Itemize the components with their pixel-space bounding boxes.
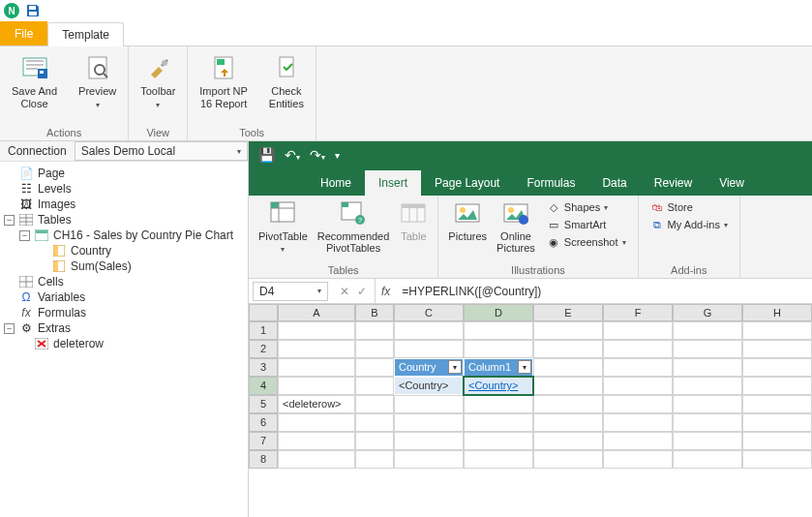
cell-c4[interactable]: <Country> xyxy=(394,377,464,395)
import-icon xyxy=(208,52,239,83)
row-header[interactable]: 4 xyxy=(249,377,278,395)
name-box[interactable]: D4▾ xyxy=(253,282,328,301)
save-icon[interactable] xyxy=(25,3,41,18)
shapes-button[interactable]: ◇Shapes ▾ xyxy=(545,199,628,215)
svg-point-41 xyxy=(460,207,466,213)
cancel-formula-icon[interactable]: ✕ xyxy=(340,285,349,298)
recommended-pivot-label: Recommended PivotTables xyxy=(317,230,390,254)
collapse-icon[interactable]: − xyxy=(4,215,15,226)
preview-label: Preview▾ xyxy=(78,85,116,110)
toolbar-button[interactable]: Toolbar▾ xyxy=(136,50,179,112)
svg-rect-33 xyxy=(342,202,348,207)
excel-save-icon[interactable]: 💾 xyxy=(258,147,275,163)
tab-formulas[interactable]: Formulas xyxy=(513,170,588,196)
tab-page-layout[interactable]: Page Layout xyxy=(421,170,513,196)
svg-point-44 xyxy=(519,215,528,225)
smartart-button[interactable]: ▭SmartArt xyxy=(545,217,628,232)
tree-images[interactable]: 🖼Images xyxy=(2,197,246,212)
svg-point-8 xyxy=(162,60,167,66)
qat-customize-icon[interactable]: ▾ xyxy=(335,150,340,161)
tree-levels[interactable]: ☷Levels xyxy=(2,181,246,197)
table-button: Table xyxy=(399,199,428,242)
collapse-icon[interactable]: − xyxy=(4,323,15,334)
pictures-button[interactable]: Pictures xyxy=(448,199,487,242)
table-header-column1[interactable]: Column1▾ xyxy=(464,358,533,377)
connection-dropdown[interactable]: Sales Demo Local ▾ xyxy=(75,141,248,161)
tab-home[interactable]: Home xyxy=(307,170,365,196)
pivottable-button[interactable]: PivotTable▾ xyxy=(258,199,308,255)
svg-rect-37 xyxy=(402,204,425,208)
my-addins-button[interactable]: ⧉My Add-ins ▾ xyxy=(648,217,730,232)
tab-data[interactable]: Data xyxy=(588,170,640,196)
col-header[interactable]: C xyxy=(394,304,464,321)
check-entities-button[interactable]: Check Entities xyxy=(265,50,308,112)
tab-view[interactable]: View xyxy=(706,170,758,196)
file-tab[interactable]: File xyxy=(0,21,47,46)
row-header[interactable]: 5 xyxy=(249,395,278,413)
col-header[interactable]: D xyxy=(464,304,533,321)
col-header[interactable]: H xyxy=(742,304,812,321)
cell-d4[interactable]: <Country> xyxy=(464,377,533,395)
view-group-label: View xyxy=(146,127,169,138)
page-icon: 📄 xyxy=(18,167,34,180)
filter-dropdown-icon[interactable]: ▾ xyxy=(448,360,462,374)
row-header[interactable]: 8 xyxy=(249,450,278,469)
cell-a5[interactable]: <deleterow> xyxy=(278,395,355,413)
select-all-corner[interactable] xyxy=(249,304,278,321)
tree-cells[interactable]: Cells xyxy=(2,274,246,289)
tree-extras[interactable]: −⚙Extras xyxy=(2,320,246,336)
row-header[interactable]: 6 xyxy=(249,413,278,432)
tab-review[interactable]: Review xyxy=(641,170,706,196)
app-badge-icon: N xyxy=(4,3,19,18)
toolbar-icon xyxy=(142,52,173,83)
accept-formula-icon[interactable]: ✓ xyxy=(357,285,367,298)
images-icon: 🖼 xyxy=(18,198,34,211)
col-header[interactable]: F xyxy=(603,304,673,321)
screenshot-button[interactable]: ◉Screenshot ▾ xyxy=(545,234,628,250)
tools-group-label: Tools xyxy=(239,127,264,138)
row-header[interactable]: 1 xyxy=(249,321,278,340)
deleterow-icon xyxy=(34,337,49,350)
tree-page[interactable]: 📄Page xyxy=(2,166,246,181)
chevron-down-icon: ▾ xyxy=(724,221,728,229)
save-close-button[interactable]: Save And Close xyxy=(8,50,61,112)
tree-formulas[interactable]: fxFormulas xyxy=(2,305,246,320)
tree-country[interactable]: Country xyxy=(2,243,246,258)
online-pictures-button[interactable]: Online Pictures xyxy=(496,199,535,254)
col-header[interactable]: A xyxy=(278,304,355,321)
svg-rect-1 xyxy=(29,12,37,15)
tree-variables[interactable]: ΩVariables xyxy=(2,289,246,305)
fx-icon[interactable]: fx xyxy=(376,285,396,298)
preview-button[interactable]: Preview▾ xyxy=(75,50,120,112)
tree-chart[interactable]: −CH16 - Sales by Country Pie Chart xyxy=(2,228,246,243)
tree-deleterow[interactable]: deleterow xyxy=(2,336,246,351)
tab-insert[interactable]: Insert xyxy=(365,170,421,196)
undo-icon[interactable]: ↶▾ xyxy=(285,147,300,163)
col-header[interactable]: B xyxy=(355,304,394,321)
col-header[interactable]: G xyxy=(673,304,742,321)
import-button[interactable]: Import NP 16 Report xyxy=(195,50,252,112)
formula-bar[interactable]: =HYPERLINK([@Country]) xyxy=(396,283,812,300)
collapse-icon[interactable]: − xyxy=(19,230,30,241)
illustrations-group-label: Illustrations xyxy=(448,264,627,276)
recommended-pivot-button[interactable]: ? Recommended PivotTables xyxy=(317,199,390,254)
col-header[interactable]: E xyxy=(533,304,603,321)
table-icon xyxy=(18,213,34,227)
cells-icon xyxy=(18,275,34,289)
pictures-label: Pictures xyxy=(448,230,487,242)
svg-rect-11 xyxy=(280,57,293,76)
template-tab[interactable]: Template xyxy=(47,22,124,46)
row-header[interactable]: 3 xyxy=(249,358,278,377)
tree-sum-sales[interactable]: Sum(Sales) xyxy=(2,258,246,274)
tree-tables[interactable]: −Tables xyxy=(2,212,246,228)
svg-rect-0 xyxy=(29,6,36,10)
store-button[interactable]: 🛍Store xyxy=(648,199,730,215)
filter-dropdown-icon[interactable]: ▾ xyxy=(518,360,531,374)
row-header[interactable]: 7 xyxy=(249,432,278,450)
redo-icon[interactable]: ↷▾ xyxy=(310,147,325,163)
chevron-down-icon: ▾ xyxy=(604,203,608,212)
save-close-label: Save And Close xyxy=(12,85,57,110)
table-header-country[interactable]: Country▾ xyxy=(394,358,464,377)
row-header[interactable]: 2 xyxy=(249,340,278,358)
worksheet-grid[interactable]: A B C D E F G H 1 2 3 Country▾ Column1▾ … xyxy=(249,304,812,469)
